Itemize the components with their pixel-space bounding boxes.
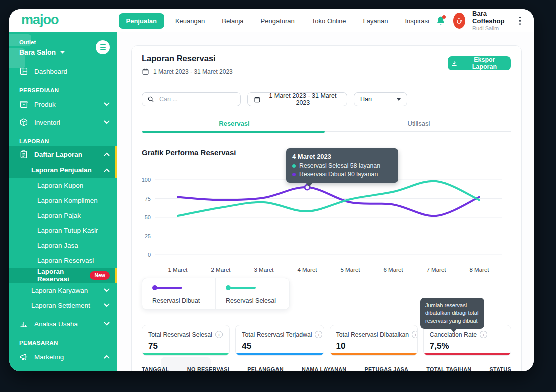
sidebar-item-laporan-kupon[interactable]: Laporan Kupon (9, 178, 117, 193)
svg-text:0: 0 (148, 252, 151, 258)
tooltip-line: Reservasi Selesai 58 layanan (292, 162, 392, 169)
filter-row: 1 Maret 2023 - 31 Maret 2023 Hari (142, 92, 407, 106)
nav-belanja[interactable]: Belanja (216, 14, 249, 28)
svg-text:1 Maret: 1 Maret (168, 267, 188, 273)
info-icon[interactable]: i (315, 331, 322, 338)
sidebar-item-laporan-reservasi[interactable]: Laporan Reservasi (9, 253, 117, 268)
sidebar-item-laporan-penjualan[interactable]: Laporan Penjualan (9, 162, 117, 178)
chevron-up-icon (104, 355, 110, 359)
nav-keuangan[interactable]: Keuangan (169, 14, 211, 28)
sidebar-item-laporan-pajak[interactable]: Laporan Pajak (9, 208, 117, 223)
period-select[interactable]: Hari (354, 92, 407, 106)
col-no-reservasi[interactable]: NO RESERVASI (187, 366, 229, 371)
search-input[interactable] (158, 95, 235, 103)
svg-text:3 Maret: 3 Maret (254, 267, 274, 273)
stat-value: 7,5% (424, 338, 511, 351)
tab-utilisasi[interactable]: Utilisasi (327, 117, 511, 131)
svg-text:2 Maret: 2 Maret (211, 267, 231, 273)
notification-bell-icon[interactable] (435, 15, 446, 26)
cube-icon (19, 118, 28, 127)
chevron-down-icon (104, 322, 110, 326)
stat-accent-bar (236, 353, 323, 355)
col-pelanggan[interactable]: PELANGGAN (247, 366, 284, 371)
stat-value: 10 (330, 338, 417, 351)
tooltip-arrow (305, 182, 313, 187)
stat-accent-bar (330, 353, 417, 355)
nav-toko-online[interactable]: Toko Online (306, 14, 352, 28)
sidebar-section-persediaan: PERSEDIAAN (9, 80, 117, 95)
nav-penjualan[interactable]: Penjualan (119, 13, 164, 29)
tab-reservasi[interactable]: Reservasi (142, 117, 327, 131)
nav-inspirasi[interactable]: Inspirasi (399, 14, 435, 28)
sidebar-item-marketing[interactable]: Marketing (9, 348, 117, 366)
sidebar-item-laporan-karyawan[interactable]: Laporan Karyawan (9, 283, 117, 298)
tooltip-arrow (450, 328, 457, 332)
download-icon (451, 60, 458, 67)
svg-text:4 Maret: 4 Maret (298, 267, 318, 273)
majoo-logo: majoo (21, 12, 59, 28)
report-date-range: 1 Maret 2023 - 31 Maret 2023 (142, 68, 233, 75)
export-report-button[interactable]: Ekspor Laporan (448, 56, 511, 70)
calendar-icon (142, 68, 149, 75)
legend-item-dibuat[interactable]: Reservasi Dibuat (142, 278, 215, 309)
chart-title: Grafik Performa Reservasi (142, 148, 236, 157)
user-info[interactable]: Bara Coffeshop Rudi Salim (472, 10, 509, 32)
info-icon[interactable]: i (412, 331, 418, 338)
main-nav: Penjualan Keuangan Belanja Pengaturan To… (119, 13, 435, 29)
nav-layanan[interactable]: Layanan (357, 14, 394, 28)
legend-glyph (152, 285, 215, 290)
legend-item-selesai[interactable]: Reservasi Selesai (215, 278, 289, 309)
chevron-down-icon (104, 120, 110, 124)
performance-chart[interactable]: 02550751001 Maret2 Maret3 Maret4 Maret5 … (138, 172, 508, 278)
sidebar-item-produk[interactable]: Produk (9, 95, 117, 113)
stat-total-selesai: Total Reservasi Selesaii 75 (142, 325, 230, 356)
top-bar: majoo Penjualan Keuangan Belanja Pengatu… (9, 9, 534, 32)
sidebar-item-laporan-reservasi-new[interactable]: Laporan Reservasi New (9, 268, 117, 283)
bar-chart-icon (19, 319, 28, 328)
svg-text:100: 100 (142, 177, 151, 183)
stat-accent-bar (142, 353, 229, 355)
collapse-sidebar-button[interactable] (96, 40, 110, 54)
sidebar-item-daftar-laporan[interactable]: Daftar Laporan (9, 146, 117, 162)
col-petugas-jasa[interactable]: PETUGAS JASA (365, 366, 409, 371)
main-content: Laporan Reservasi 1 Maret 2023 - 31 Mare… (117, 32, 534, 371)
sidebar-item-laporan-jasa[interactable]: Laporan Jasa (9, 238, 117, 253)
sidebar-item-dashboard[interactable]: Dashboard (9, 62, 117, 80)
tooltip-line: Reservasi Dibuat 90 layanan (292, 171, 392, 178)
svg-text:6 Maret: 6 Maret (384, 267, 404, 273)
svg-text:7 Maret: 7 Maret (427, 267, 447, 273)
svg-text:5 Maret: 5 Maret (341, 267, 361, 273)
col-total-tagihan[interactable]: TOTAL TAGIHAN (426, 366, 471, 371)
sidebar-item-laporan-komplimen[interactable]: Laporan Komplimen (9, 193, 117, 208)
sidebar-item-analisa-usaha[interactable]: Analisa Usaha (9, 315, 117, 333)
svg-text:25: 25 (145, 233, 151, 239)
active-tab-indicator (142, 131, 325, 133)
info-icon[interactable]: i (480, 331, 487, 338)
col-nama-layanan[interactable]: NAMA LAYANAN (302, 366, 346, 371)
kebab-menu-icon[interactable] (516, 15, 524, 27)
info-icon[interactable]: i (215, 331, 223, 338)
clipboard-icon (19, 150, 28, 159)
stat-cancelation-rate: Cancelation Ratei 7,5% (423, 325, 511, 356)
date-range-picker[interactable]: 1 Maret 2023 - 31 Maret 2023 (247, 92, 347, 106)
screenshot-stage: majoo Penjualan Keuangan Belanja Pengatu… (0, 0, 556, 392)
report-card: Laporan Reservasi 1 Maret 2023 - 31 Mare… (131, 45, 522, 371)
sidebar-item-laporan-tutup-kasir[interactable]: Laporan Tutup Kasir (9, 223, 117, 238)
calendar-icon (254, 96, 261, 103)
sidebar-item-laporan-settlement[interactable]: Laporan Settlement (9, 298, 117, 313)
svg-text:75: 75 (145, 196, 151, 202)
search-icon (147, 96, 154, 103)
user-name: Bara Coffeshop (472, 10, 509, 25)
avatar[interactable] (453, 13, 465, 29)
chevron-down-icon (104, 102, 110, 106)
col-status[interactable]: STATUS (490, 366, 511, 371)
user-subtitle: Rudi Salim (472, 25, 509, 32)
notification-dot (442, 15, 446, 19)
sidebar-item-inventori[interactable]: Inventori (9, 113, 117, 131)
nav-pengaturan[interactable]: Pengaturan (255, 14, 301, 28)
sidebar-section-pemasaran: PEMASARAN (9, 333, 117, 348)
new-badge: New (90, 271, 110, 280)
search-box[interactable] (142, 92, 241, 106)
col-tanggal[interactable]: TANGGAL (142, 366, 169, 371)
series-dot (292, 164, 296, 168)
